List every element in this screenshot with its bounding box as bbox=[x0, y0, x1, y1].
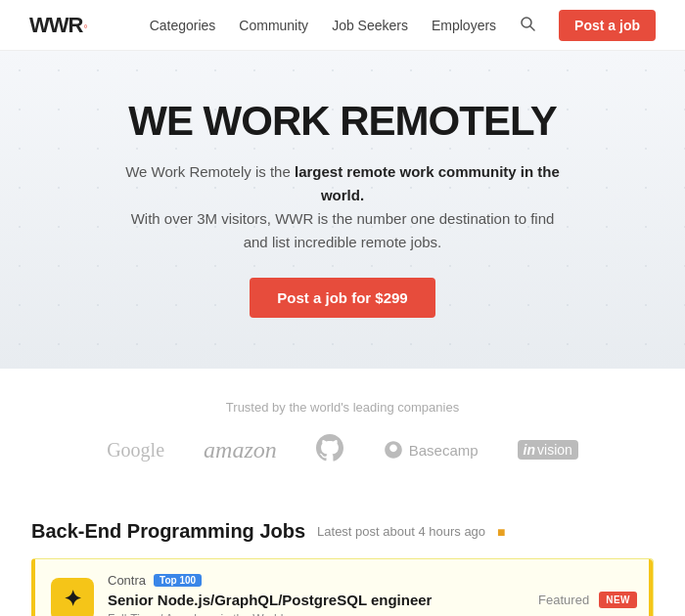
nav-categories[interactable]: Categories bbox=[150, 18, 216, 33]
invision-logo: invision bbox=[518, 440, 578, 460]
card-border-accent bbox=[649, 559, 653, 616]
featured-label: Featured bbox=[538, 593, 589, 607]
job-info: Contra Top 100 Senior Node.js/GraphQL/Po… bbox=[108, 573, 525, 616]
search-button[interactable] bbox=[520, 16, 535, 35]
nav-employers[interactable]: Employers bbox=[432, 18, 496, 33]
job-meta: Full-Time / Anywhere in the World bbox=[108, 612, 525, 616]
nav-community[interactable]: Community bbox=[239, 18, 308, 33]
github-icon bbox=[316, 434, 343, 462]
logo: WWR° bbox=[29, 13, 87, 38]
hero-section: WE WORK REMOTELY We Work Remotely is the… bbox=[0, 51, 685, 369]
google-logo: Google bbox=[107, 439, 164, 462]
company-row: Contra Top 100 bbox=[108, 573, 525, 588]
github-logo bbox=[316, 434, 343, 465]
job-card[interactable]: ✦ Contra Top 100 Senior Node.js/GraphQL/… bbox=[31, 558, 654, 616]
section-title: Back-End Programming Jobs bbox=[31, 520, 305, 543]
search-icon bbox=[520, 16, 535, 31]
job-title: Senior Node.js/GraphQL/PostgreSQL engine… bbox=[108, 592, 525, 608]
top100-badge: Top 100 bbox=[154, 574, 202, 587]
hero-title: WE WORK REMOTELY bbox=[39, 98, 646, 145]
trusted-section: Trusted by the world's leading companies… bbox=[0, 369, 685, 497]
jobs-section: Back-End Programming Jobs Latest post ab… bbox=[0, 497, 685, 616]
post-job-header-button[interactable]: Post a job bbox=[559, 10, 656, 41]
section-meta: Latest post about 4 hours ago bbox=[317, 524, 485, 539]
company-logo-contra: ✦ bbox=[51, 578, 94, 616]
main-nav: Categories Community Job Seekers Employe… bbox=[150, 10, 656, 41]
new-badge: NEW bbox=[599, 592, 637, 608]
nav-job-seekers[interactable]: Job Seekers bbox=[332, 18, 408, 33]
basecamp-logo: Basecamp bbox=[383, 439, 479, 461]
company-name: Contra bbox=[108, 573, 146, 588]
trusted-label: Trusted by the world's leading companies bbox=[39, 400, 646, 415]
header: WWR° Categories Community Job Seekers Em… bbox=[0, 0, 685, 51]
amazon-logo: amazon bbox=[204, 437, 277, 463]
company-logos: Google amazon Basecamp invision bbox=[39, 434, 646, 465]
svg-line-1 bbox=[530, 26, 534, 30]
basecamp-icon bbox=[383, 439, 404, 461]
rss-icon: ■ bbox=[497, 524, 505, 540]
hero-description: We Work Remotely is the largest remote w… bbox=[117, 160, 568, 254]
section-header: Back-End Programming Jobs Latest post ab… bbox=[31, 520, 654, 543]
job-tags: Featured NEW bbox=[538, 592, 637, 608]
hero-cta-button[interactable]: Post a job for $299 bbox=[250, 278, 434, 318]
